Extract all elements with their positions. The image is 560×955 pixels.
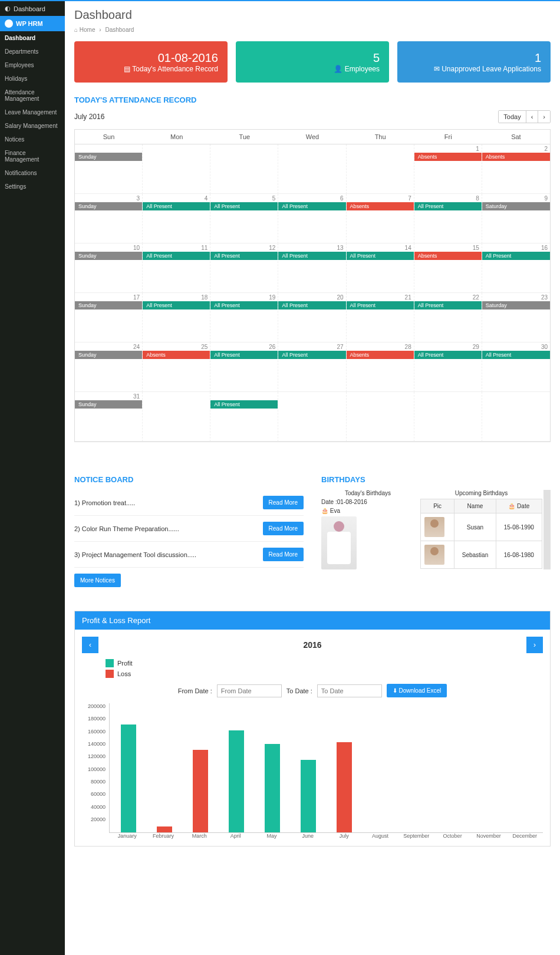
today-button[interactable]: Today [499, 111, 526, 123]
calendar-event: All Present [482, 351, 550, 359]
calendar-cell[interactable]: 26All Present [210, 343, 278, 392]
next-button[interactable]: › [538, 111, 550, 123]
calendar-day-number: 28 [405, 344, 411, 350]
chart-bar[interactable] [265, 744, 280, 832]
calendar-cell[interactable]: 4All Present [143, 194, 210, 243]
sidebar-item[interactable]: Leave Management [0, 106, 65, 119]
calendar-cell[interactable]: 24Sunday [75, 343, 143, 392]
card-leave[interactable]: 1 ✉ Unapproved Leave Applications [397, 41, 551, 83]
calendar-cell[interactable] [278, 144, 346, 194]
calendar-cell[interactable] [347, 144, 414, 194]
calendar-cell[interactable]: All Present [210, 392, 278, 442]
card-employees[interactable]: 5 👤 Employees [236, 41, 389, 83]
calendar-cell[interactable]: 12All Present [210, 243, 278, 293]
calendar-cell[interactable]: 6All Present [278, 194, 346, 243]
date-cell: 16-08-1980 [496, 541, 542, 569]
birthday-today-date: Date :01-08-2016 [321, 499, 414, 505]
read-more-button[interactable]: Read More [263, 548, 304, 561]
chevron-left-icon: ‹ [531, 113, 533, 120]
card-employees-value: 5 [373, 51, 380, 65]
calendar-cell[interactable]: 20All Present [278, 293, 346, 343]
calendar-cell[interactable]: 22All Present [414, 293, 482, 343]
download-icon: ⬇ [393, 687, 397, 694]
calendar-cell[interactable] [143, 392, 210, 442]
calendar-cell[interactable]: 25Absents [143, 343, 210, 392]
calendar-cell[interactable]: 27All Present [278, 343, 346, 392]
sidebar-top-label: Dashboard [14, 5, 45, 12]
sidebar-item[interactable]: Salary Management [0, 119, 65, 133]
y-tick: 120000 [88, 753, 106, 759]
calendar-dow: Sat [482, 130, 550, 144]
sidebar-item[interactable]: Departments [0, 45, 65, 58]
calendar-cell[interactable]: 10Sunday [75, 243, 143, 293]
calendar-cell[interactable]: 14All Present [347, 243, 414, 293]
calendar-cell[interactable] [414, 392, 482, 442]
calendar-cell[interactable]: 2Absents [482, 144, 550, 194]
sidebar-item[interactable]: Attendance Management [0, 85, 65, 106]
calendar-cell[interactable]: 23Saturday [482, 293, 550, 343]
calendar-cell[interactable]: 31Sunday [75, 392, 143, 442]
calendar-cell[interactable]: 11All Present [143, 243, 210, 293]
card-attendance[interactable]: 01-08-2016 ▤ Today's Attendance Record [74, 41, 228, 83]
calendar-day-number: 6 [340, 195, 344, 202]
sidebar-brand[interactable]: WP HRM [0, 16, 65, 31]
calendar-cell[interactable]: Sunday [75, 144, 143, 194]
chart-bar[interactable] [193, 750, 208, 832]
calendar-cell[interactable] [482, 392, 550, 442]
sidebar-item[interactable]: Notifications [0, 166, 65, 180]
scrollbar[interactable] [543, 490, 551, 569]
chart-bar[interactable] [121, 725, 136, 832]
calendar-cell[interactable]: 30All Present [482, 343, 550, 392]
download-button[interactable]: ⬇ Download Excel [387, 684, 447, 697]
sidebar-item[interactable]: Employees [0, 58, 65, 72]
more-notices-button[interactable]: More Notices [74, 574, 121, 587]
calendar-cell[interactable]: 13All Present [278, 243, 346, 293]
chart-bar[interactable] [157, 826, 172, 832]
prev-button[interactable]: ‹ [526, 111, 539, 123]
read-more-button[interactable]: Read More [263, 496, 304, 509]
calendar-event: All Present [210, 202, 278, 210]
calendar-cell[interactable]: 7Absents [347, 194, 414, 243]
calendar-event: Absents [347, 351, 414, 359]
sidebar-item[interactable]: Finance Management [0, 146, 65, 166]
calendar-dow: Thu [347, 130, 414, 144]
calendar-cell[interactable]: 5All Present [210, 194, 278, 243]
calendar-cell[interactable]: 3Sunday [75, 194, 143, 243]
pl-prev-button[interactable]: ‹ [82, 637, 98, 653]
user-icon: 👤 [334, 65, 342, 73]
calendar-cell[interactable]: 16All Present [482, 243, 550, 293]
breadcrumb-home[interactable]: Home [80, 27, 95, 33]
pl-next-button[interactable]: › [526, 637, 543, 653]
sidebar-item[interactable]: Settings [0, 180, 65, 193]
notice-title: NOTICE BOARD [74, 475, 304, 484]
calendar-cell[interactable] [210, 144, 278, 194]
sidebar-top[interactable]: ◐ Dashboard [0, 1, 65, 16]
calendar-cell[interactable]: 29All Present [414, 343, 482, 392]
calendar-cell[interactable]: 1Absents [414, 144, 482, 194]
calendar-event: All Present [414, 202, 482, 210]
calendar-cell[interactable]: 18All Present [143, 293, 210, 343]
calendar-cell[interactable]: 15Absents [414, 243, 482, 293]
chart-bar[interactable] [301, 760, 316, 832]
calendar-cell[interactable] [143, 144, 210, 194]
sidebar-item[interactable]: Holidays [0, 72, 65, 85]
calendar-cell[interactable]: 19All Present [210, 293, 278, 343]
calendar-day-number: 5 [272, 195, 276, 202]
sidebar-item[interactable]: Notices [0, 133, 65, 146]
calendar-cell[interactable]: 17Sunday [75, 293, 143, 343]
calendar-cell[interactable] [347, 392, 414, 442]
calendar-cell[interactable]: 9Saturday [482, 194, 550, 243]
calendar-dow: Fri [414, 130, 482, 144]
chart-bar[interactable] [337, 742, 352, 832]
calendar-cell[interactable] [278, 392, 346, 442]
read-more-button[interactable]: Read More [263, 522, 304, 535]
calendar: SunMonTueWedThuFriSatSunday1Absents2Abse… [74, 129, 551, 442]
from-date-input[interactable] [217, 684, 282, 697]
chart-bar[interactable] [229, 730, 244, 832]
sidebar-item[interactable]: Dashboard [0, 31, 65, 45]
calendar-cell[interactable]: 21All Present [347, 293, 414, 343]
to-date-input[interactable] [317, 684, 382, 697]
sidebar-brand-label: WP HRM [16, 20, 43, 27]
calendar-cell[interactable]: 8All Present [414, 194, 482, 243]
calendar-cell[interactable]: 28Absents [347, 343, 414, 392]
